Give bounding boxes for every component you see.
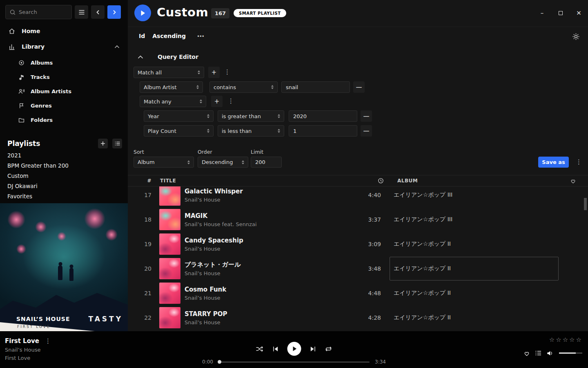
rule-value-input[interactable]: [281, 81, 350, 93]
rule-operator-select[interactable]: is greater than: [218, 110, 284, 122]
playlist-item[interactable]: 2021: [7, 150, 128, 161]
artwork-label-text: TASTY: [88, 315, 123, 323]
track-count-badge: 167: [211, 8, 229, 18]
rating-stars[interactable]: ☆☆☆☆☆: [549, 336, 583, 343]
now-playing-artwork[interactable]: SNAIL’S HOUSE FIRST LOVE TASTY: [0, 203, 128, 331]
repeat-icon: [325, 346, 332, 352]
order-select[interactable]: Descending: [198, 157, 248, 168]
now-playing-info: First Love ⋮ Snail’s House First Love: [5, 337, 51, 361]
track-row[interactable]: 21 Cosmo Funk Snail’s House 4:48 エイリアン☆ポ…: [128, 281, 588, 305]
track-row[interactable]: 18 MAGIK Snail’s House feat. Sennzai 3:3…: [128, 207, 588, 232]
track-row[interactable]: 22 STARRY POP Snail’s House 4:28 エイリアン☆ポ…: [128, 305, 588, 330]
match-mode-select[interactable]: Match all: [134, 67, 204, 78]
minimize-button[interactable]: –: [533, 0, 551, 26]
artwork-title-text: FIRST LOVE: [17, 325, 51, 329]
sidebar-item-genres[interactable]: Genres: [0, 99, 128, 113]
playlist-list-button[interactable]: [112, 139, 122, 148]
menu-button[interactable]: [75, 5, 88, 19]
select-arrows-icon: [207, 129, 209, 133]
column-album[interactable]: ALBUM: [397, 178, 418, 184]
track-artist: Snail’s House: [185, 270, 356, 276]
remove-rule-button[interactable]: —: [361, 110, 372, 122]
limit-input[interactable]: [251, 157, 282, 168]
rule-value-input[interactable]: [289, 125, 357, 137]
track-album[interactable]: エイリアン☆ポップ II: [390, 281, 559, 305]
remove-rule-button[interactable]: —: [361, 125, 372, 137]
track-row[interactable]: 20 プラネット・ガール Snail’s House 3:48 エイリアン☆ポッ…: [128, 256, 588, 281]
favorite-heart-icon[interactable]: [570, 178, 576, 184]
add-rule-button[interactable]: +: [211, 96, 223, 107]
playlist-item[interactable]: BPM Greater than 200: [7, 161, 128, 171]
match-mode-select[interactable]: Match any: [140, 96, 206, 107]
search-input[interactable]: [19, 9, 67, 15]
sidebar: Home Library Albums Trac: [0, 0, 128, 331]
play-pause-button[interactable]: [287, 342, 301, 356]
collapse-query-editor-button[interactable]: [136, 52, 145, 62]
track-row[interactable]: 17 Galactic Whisper Snail’s House 4:40 エ…: [128, 186, 588, 207]
rule-field-select[interactable]: Year: [144, 110, 214, 122]
save-menu-button[interactable]: ⋮: [576, 159, 582, 165]
playlist-item[interactable]: Custom: [7, 171, 128, 181]
playlists-list: 2021 BPM Greater than 200 Custom DJ Okaw…: [7, 150, 128, 202]
rule-operator-select[interactable]: contains: [209, 81, 278, 93]
track-album[interactable]: エイリアン☆ポップ III: [390, 186, 559, 207]
search-box[interactable]: [5, 5, 72, 19]
track-album[interactable]: エイリアン☆ポップ II: [390, 306, 559, 330]
shuffle-button[interactable]: [256, 346, 264, 352]
remove-rule-button[interactable]: —: [353, 81, 365, 93]
artwork-figure: [69, 268, 74, 281]
maximize-button[interactable]: [551, 0, 570, 26]
sidebar-item-album-artists[interactable]: Album Artists: [0, 84, 128, 99]
column-number[interactable]: #: [139, 178, 151, 184]
collapse-chevron-icon[interactable]: [114, 45, 120, 49]
close-button[interactable]: ✕: [570, 0, 588, 26]
sidebar-item-folders[interactable]: Folders: [0, 113, 128, 127]
save-as-button[interactable]: Save as: [538, 157, 569, 168]
add-rule-button[interactable]: +: [208, 67, 220, 78]
back-button[interactable]: [91, 5, 105, 19]
settings-button[interactable]: [572, 33, 580, 40]
volume-button[interactable]: [547, 350, 554, 356]
add-playlist-button[interactable]: [98, 139, 108, 148]
track-title: MAGIK: [185, 212, 356, 220]
track-album[interactable]: エイリアン☆ポップ II: [390, 257, 559, 280]
play-playlist-button[interactable]: [134, 4, 151, 21]
column-title[interactable]: TITLE: [160, 178, 176, 184]
group-menu-button[interactable]: ⋮: [228, 98, 234, 104]
rule-field-select[interactable]: Album Artist: [140, 81, 203, 93]
rule-value-input[interactable]: [289, 110, 357, 122]
sort-order-button[interactable]: Ascending: [152, 33, 186, 39]
playlist-item[interactable]: Favorites: [7, 191, 128, 202]
page-title: Custom: [157, 5, 208, 19]
sort-field-button[interactable]: Id: [139, 33, 145, 39]
sidebar-item-tracks[interactable]: Tracks: [0, 70, 128, 84]
sidebar-item-home[interactable]: Home: [0, 24, 128, 38]
plus-icon: +: [212, 69, 217, 76]
track-row[interactable]: 19 Candy Spaceship Snail’s House 3:09 エイ…: [128, 232, 588, 256]
window-controls: – ✕: [533, 0, 588, 26]
repeat-button[interactable]: [325, 346, 332, 352]
duration-clock-icon[interactable]: [378, 178, 384, 184]
rule-operator-select[interactable]: is less than: [218, 125, 284, 137]
forward-button[interactable]: [107, 5, 121, 19]
playlist-item[interactable]: DJ Okawari: [7, 181, 128, 191]
group-menu-button[interactable]: ⋮: [224, 69, 230, 75]
previous-track-button[interactable]: [272, 346, 279, 352]
scrollbar-thumb[interactable]: [584, 198, 587, 210]
sidebar-item-albums[interactable]: Albums: [0, 56, 128, 70]
favorite-button[interactable]: [523, 350, 530, 356]
queue-button[interactable]: [535, 350, 541, 356]
next-track-button[interactable]: [310, 346, 316, 352]
sort-select[interactable]: Album: [134, 157, 194, 168]
track-album[interactable]: エイリアン☆ポップ III: [390, 208, 559, 231]
rule-field-value: Play Count: [148, 128, 176, 134]
tracklist-header: # TITLE ALBUM: [128, 175, 588, 186]
now-playing-menu-button[interactable]: ⋮: [45, 338, 51, 344]
more-options-button[interactable]: ⋯: [197, 32, 204, 40]
seek-knob[interactable]: [218, 360, 221, 364]
track-album[interactable]: エイリアン☆ポップ II: [390, 232, 559, 256]
volume-slider[interactable]: [559, 352, 582, 354]
rule-field-select[interactable]: Play Count: [144, 125, 214, 137]
sidebar-item-library[interactable]: Library: [0, 39, 128, 54]
seek-bar[interactable]: [218, 361, 370, 363]
